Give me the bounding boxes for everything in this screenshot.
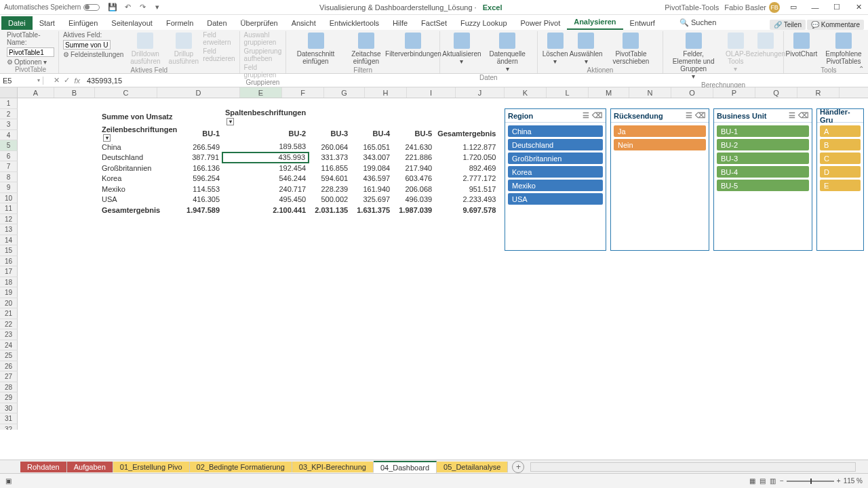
slicer-item[interactable]: Mexiko bbox=[508, 180, 603, 191]
formula-input[interactable]: 435993,15 bbox=[84, 77, 868, 85]
pagelayout-view-icon[interactable]: ▤ bbox=[760, 477, 766, 485]
pt-name-input[interactable] bbox=[7, 47, 54, 57]
col-header-P[interactable]: P bbox=[713, 87, 755, 98]
row-header-27[interactable]: 27 bbox=[0, 371, 18, 382]
tab-hilfe[interactable]: Hilfe bbox=[386, 18, 414, 30]
sheet-tab[interactable]: Rohdaten bbox=[20, 462, 67, 472]
new-sheet-button[interactable]: + bbox=[512, 461, 524, 473]
clear-button[interactable]: Löschen ▾ bbox=[542, 31, 569, 66]
tab-entwicklertools[interactable]: Entwicklertools bbox=[323, 18, 386, 30]
row-header-4[interactable]: 4 bbox=[0, 130, 18, 141]
col-header-N[interactable]: N bbox=[629, 87, 671, 98]
col-header-B[interactable]: B bbox=[54, 87, 95, 98]
worksheet-grid[interactable]: ABCDEFGHIJKLMNOPQR 123456789101112131415… bbox=[0, 87, 868, 430]
pivot-table[interactable]: Summe von UmsatzSpaltenbeschriftungen ▾Z… bbox=[99, 108, 498, 216]
field-settings-button[interactable]: ⚙ Feldeinstellungen bbox=[63, 51, 123, 58]
slicer-item[interactable]: BU-4 bbox=[717, 166, 809, 178]
sheet-tab[interactable]: 03_KPI-Berechnung bbox=[292, 462, 374, 472]
col-header-Q[interactable]: Q bbox=[755, 87, 797, 98]
col-header-F[interactable]: F bbox=[282, 87, 324, 98]
horizontal-scrollbar[interactable] bbox=[530, 462, 856, 472]
row-header-5[interactable]: 5 bbox=[0, 140, 18, 151]
select-button[interactable]: Auswählen ▾ bbox=[572, 31, 601, 66]
slicer-item[interactable]: C bbox=[820, 152, 861, 164]
row-header-10[interactable]: 10 bbox=[0, 193, 18, 204]
change-datasource-button[interactable]: Datenquelle ändern ▾ bbox=[482, 31, 533, 74]
row-header-16[interactable]: 16 bbox=[0, 256, 18, 267]
comments-button[interactable]: 💬 Kommentare bbox=[807, 20, 864, 30]
slicer-item[interactable]: Ja bbox=[614, 125, 706, 137]
slicer-item[interactable]: BU-3 bbox=[717, 152, 809, 164]
zoom-control[interactable]: − + 115 % bbox=[780, 477, 863, 485]
row-header-30[interactable]: 30 bbox=[0, 403, 18, 414]
tab-ueberpruefen[interactable]: Überprüfen bbox=[234, 18, 285, 30]
fields-items-button[interactable]: Felder, Elemente und Gruppen ▾ bbox=[667, 31, 719, 81]
row-header-31[interactable]: 31 bbox=[0, 413, 18, 424]
slicer-item[interactable]: BU-1 bbox=[717, 125, 809, 137]
row-header-20[interactable]: 20 bbox=[0, 298, 18, 309]
row-header-15[interactable]: 15 bbox=[0, 245, 18, 256]
undo-icon[interactable]: ↶ bbox=[123, 3, 132, 12]
row-header-21[interactable]: 21 bbox=[0, 308, 18, 319]
sheet-tab[interactable]: 05_Detailanalyse bbox=[437, 462, 508, 472]
recommended-pt-button[interactable]: Empfohlene PivotTables bbox=[818, 31, 868, 66]
maximize-icon[interactable]: ☐ bbox=[827, 1, 846, 14]
col-header-O[interactable]: O bbox=[671, 87, 713, 98]
tab-daten[interactable]: Daten bbox=[200, 18, 233, 30]
row-header-3[interactable]: 3 bbox=[0, 119, 18, 130]
autosave-toggle[interactable]: Automatisches Speichern bbox=[0, 3, 104, 11]
slicer-item[interactable]: D bbox=[820, 166, 861, 178]
tab-entwurf[interactable]: Entwurf bbox=[623, 18, 662, 30]
col-header-L[interactable]: L bbox=[547, 87, 589, 98]
name-box[interactable]: E5 bbox=[0, 77, 43, 85]
sheet-tab[interactable]: 02_Bedingte Formatierung bbox=[190, 462, 292, 472]
active-field-input[interactable] bbox=[63, 40, 111, 49]
qat-more-icon[interactable]: ▾ bbox=[153, 3, 162, 12]
row-header-9[interactable]: 9 bbox=[0, 182, 18, 193]
slicer-item[interactable]: B bbox=[820, 139, 861, 150]
tab-formeln[interactable]: Formeln bbox=[159, 18, 200, 30]
tab-seitenlayout[interactable]: Seitenlayout bbox=[104, 18, 159, 30]
col-header-K[interactable]: K bbox=[505, 87, 547, 98]
slicer-item[interactable]: China bbox=[508, 125, 603, 137]
row-header-6[interactable]: 6 bbox=[0, 151, 18, 162]
clear-filter-icon[interactable]: ⌫ bbox=[798, 111, 809, 120]
slicer-item[interactable]: A bbox=[820, 125, 861, 137]
row-header-13[interactable]: 13 bbox=[0, 224, 18, 235]
clear-filter-icon[interactable]: ⌫ bbox=[695, 111, 706, 120]
row-header-14[interactable]: 14 bbox=[0, 235, 18, 246]
col-header-G[interactable]: G bbox=[324, 87, 365, 98]
sheet-tab[interactable]: 01_Erstellung Pivo bbox=[113, 462, 190, 472]
row-header-28[interactable]: 28 bbox=[0, 382, 18, 393]
col-header-D[interactable]: D bbox=[157, 87, 240, 98]
tab-fuzzylookup[interactable]: Fuzzy Lookup bbox=[454, 18, 513, 30]
row-header-22[interactable]: 22 bbox=[0, 319, 18, 330]
row-header-12[interactable]: 12 bbox=[0, 214, 18, 225]
row-header-11[interactable]: 11 bbox=[0, 203, 18, 214]
slicer-ruecksendung[interactable]: Rücksendung☰⌫ JaNein bbox=[610, 108, 709, 251]
slicer-item[interactable]: BU-5 bbox=[717, 180, 809, 191]
zoom-in-icon[interactable]: + bbox=[837, 477, 841, 485]
row-header-32[interactable]: 32 bbox=[0, 424, 18, 430]
row-header-8[interactable]: 8 bbox=[0, 172, 18, 183]
clear-filter-icon[interactable]: ⌫ bbox=[592, 111, 603, 120]
ribbon-mode-icon[interactable]: ▭ bbox=[784, 1, 803, 14]
filter-connections-button[interactable]: Filterverbindungen bbox=[391, 31, 435, 59]
save-icon[interactable]: 💾 bbox=[108, 3, 117, 12]
row-header-1[interactable]: 1 bbox=[0, 98, 18, 109]
slicer-region[interactable]: Region☰⌫ ChinaDeutschlandGroßbritannienK… bbox=[505, 108, 606, 251]
tab-einfuegen[interactable]: Einfügen bbox=[62, 18, 104, 30]
slicer-item[interactable]: Deutschland bbox=[508, 139, 603, 150]
collapse-ribbon-icon[interactable]: ⌃ bbox=[859, 65, 864, 73]
tab-factset[interactable]: FactSet bbox=[414, 18, 454, 30]
col-header-C[interactable]: C bbox=[95, 87, 157, 98]
select-all-corner[interactable] bbox=[0, 87, 18, 98]
zoom-level[interactable]: 115 % bbox=[844, 477, 863, 485]
multiselect-icon[interactable]: ☰ bbox=[686, 111, 692, 120]
tell-me-search[interactable]: 🔍 Suchen bbox=[673, 17, 723, 30]
col-header-M[interactable]: M bbox=[589, 87, 629, 98]
col-header-J[interactable]: J bbox=[456, 87, 505, 98]
refresh-button[interactable]: Aktualisieren ▾ bbox=[444, 31, 479, 66]
slicer-item[interactable]: Korea bbox=[508, 166, 603, 178]
slicer-item[interactable]: E bbox=[820, 180, 861, 191]
